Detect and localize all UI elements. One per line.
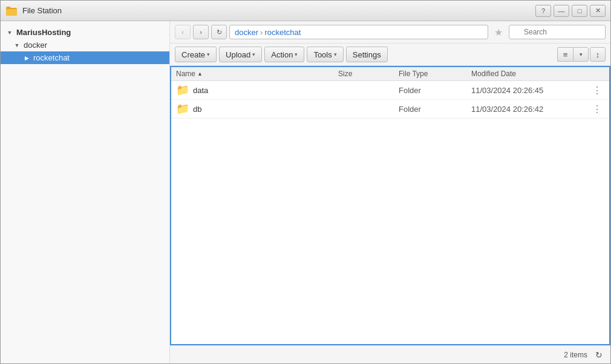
refresh-nav-icon: ↻ [217,28,222,36]
tools-label: Tools [313,50,332,59]
path-rocketchat[interactable]: rocketchat [264,28,301,37]
file-name-data: data [193,86,208,95]
sidebar-label-mariushosting: MariusHosting [16,28,71,37]
tools-dropdown-arrow: ▾ [334,51,337,57]
tree-toggle-rocketchat: ▶ [22,54,31,62]
table-row[interactable]: 📁 data Folder 11/03/2024 20:26:45 ⋮ [171,81,609,100]
view-btn-group: ≡ ▾ [557,47,589,62]
sidebar-item-rocketchat[interactable]: ▶ rocketchat [1,51,169,64]
settings-button[interactable]: Settings [346,47,388,62]
col-header-more [592,70,604,78]
path-sep: › [260,28,263,37]
file-name-db: db [193,105,201,114]
create-button[interactable]: Create ▾ [175,47,217,62]
path-docker[interactable]: docker [235,28,258,37]
folder-icon-db: 📁 [176,102,189,115]
col-header-filetype[interactable]: File Type [399,70,471,78]
app-window: File Station ? — □ ✕ ▼ MariusHosting ▼ d… [0,0,611,364]
nav-bar: ‹ › ↻ docker › rocketchat ★ [170,21,610,44]
sidebar-label-docker: docker [24,41,47,50]
window-title: File Station [22,6,531,15]
list-view-icon: ≡ [563,50,568,59]
tools-button[interactable]: Tools ▾ [307,47,343,62]
view-dropdown-arrow: ▾ [580,51,583,57]
refresh-status-button[interactable]: ↻ [592,348,606,362]
back-icon: ‹ [181,28,184,36]
col-size-label: Size [338,70,352,78]
col-name-label: Name [176,70,195,78]
sidebar: ▼ MariusHosting ▼ docker ▶ rocketchat [1,21,170,363]
col-header-name[interactable]: Name ▲ [176,70,338,78]
col-header-size[interactable]: Size [338,70,399,78]
sort-button[interactable]: ↕ [590,47,606,62]
tree-toggle-docker: ▼ [13,41,21,50]
sidebar-label-rocketchat: rocketchat [33,53,70,62]
restore-button[interactable]: □ [572,5,587,17]
col-modified-label: Modified Date [471,70,516,78]
right-panel: ‹ › ↻ docker › rocketchat ★ [170,21,610,363]
app-icon [5,5,18,17]
tree-toggle-mariushosting: ▼ [5,28,14,37]
action-toolbar: Create ▾ Upload ▾ Action ▾ Tools ▾ [170,44,610,65]
main-area: ▼ MariusHosting ▼ docker ▶ rocketchat ‹ [1,21,610,363]
folder-icon-data: 📁 [176,83,189,97]
close-button[interactable]: ✕ [590,5,606,17]
path-bar: docker › rocketchat [229,25,488,39]
create-dropdown-arrow: ▾ [207,51,210,57]
item-count: 2 items [564,351,587,359]
forward-button[interactable]: › [193,25,209,39]
refresh-status-icon: ↻ [595,350,603,360]
file-name-cell-data: 📁 data [176,83,338,97]
file-name-cell-db: 📁 db [176,102,338,115]
svg-rect-1 [6,9,17,16]
col-filetype-label: File Type [399,70,428,78]
minimize-button[interactable]: — [554,5,569,17]
window-controls: ? — □ ✕ [535,5,606,17]
file-more-db[interactable]: ⋮ [592,103,604,115]
status-bar: 2 items ↻ [170,345,610,363]
action-dropdown-arrow: ▾ [295,51,298,57]
col-header-modified[interactable]: Modified Date [471,70,592,78]
file-more-data[interactable]: ⋮ [592,85,604,96]
upload-button[interactable]: Upload ▾ [219,47,262,62]
star-icon: ★ [494,27,503,38]
sidebar-item-mariushosting[interactable]: ▼ MariusHosting [1,26,169,39]
refresh-nav-button[interactable]: ↻ [211,25,227,39]
create-label: Create [181,50,205,59]
search-input[interactable] [509,25,606,39]
file-type-data: Folder [399,86,471,95]
upload-dropdown-arrow: ▾ [252,51,255,57]
view-dropdown-button[interactable]: ▾ [573,47,589,62]
favorite-button[interactable]: ★ [491,25,506,39]
list-view-button[interactable]: ≡ [557,47,573,62]
settings-label: Settings [353,50,381,59]
col-name-sort: ▲ [197,71,203,77]
forward-icon: › [200,28,202,36]
file-date-data: 11/03/2024 20:26:45 [471,86,592,95]
file-list-header: Name ▲ Size File Type Modified Date [171,67,609,81]
file-date-db: 11/03/2024 20:26:42 [471,105,592,114]
file-type-db: Folder [399,105,471,114]
action-button[interactable]: Action ▾ [264,47,304,62]
search-wrapper: 🔍 [509,25,606,39]
upload-label: Upload [226,50,250,59]
toolbar-area: ‹ › ↻ docker › rocketchat ★ [170,21,610,66]
sort-icon: ↕ [596,50,600,59]
title-bar: File Station ? — □ ✕ [1,1,610,21]
view-controls: ≡ ▾ ↕ [557,47,606,62]
help-button[interactable]: ? [535,5,551,17]
back-button[interactable]: ‹ [175,25,191,39]
action-label: Action [271,50,293,59]
file-list: Name ▲ Size File Type Modified Date [170,66,610,345]
table-row[interactable]: 📁 db Folder 11/03/2024 20:26:42 ⋮ [171,100,609,119]
sidebar-item-docker[interactable]: ▼ docker [1,39,169,51]
